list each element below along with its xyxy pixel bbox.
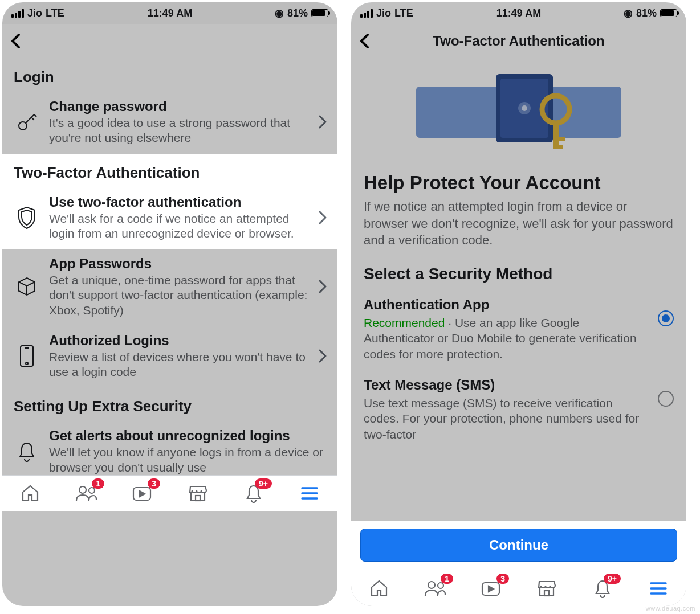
row-subtitle: Get a unique, one-time password for apps… [49, 273, 309, 318]
row-app-passwords[interactable]: App Passwords Get a unique, one-time pas… [2, 249, 337, 326]
row-authorized-logins[interactable]: Authorized Logins Review a list of devic… [2, 326, 337, 388]
svg-line-2 [31, 117, 34, 120]
status-bar: Jio LTE 11:49 AM ◉ 81% [2, 2, 337, 24]
tab-watch[interactable]: 3 [128, 480, 156, 507]
svg-line-3 [34, 114, 36, 117]
chevron-right-icon [318, 279, 329, 294]
tab-bar: 1 3 9+ [2, 475, 337, 511]
svg-rect-23 [557, 137, 565, 141]
svg-point-26 [438, 583, 443, 588]
row-alerts[interactable]: Get alerts about unrecognized logins We'… [2, 421, 337, 475]
select-method-header: Select a Security Method [351, 259, 686, 291]
method-auth-app[interactable]: Authentication App Recommended · Use an … [351, 291, 686, 371]
row-subtitle: It's a good idea to use a strong passwor… [49, 116, 309, 146]
bell-icon [14, 441, 40, 462]
status-time: 11:49 AM [351, 7, 686, 19]
svg-point-9 [89, 488, 95, 493]
method-title: Authentication App [364, 297, 651, 313]
row-title: App Passwords [49, 256, 309, 272]
tab-friends[interactable]: 1 [421, 575, 449, 602]
section-header-login: Login [2, 58, 337, 92]
tab-home[interactable] [17, 480, 44, 507]
row-title: Authorized Logins [49, 333, 309, 349]
badge-notifications: 9+ [255, 478, 272, 489]
phone-icon [14, 344, 40, 368]
svg-point-25 [428, 582, 435, 588]
svg-rect-12 [196, 496, 200, 501]
chevron-right-icon [318, 349, 329, 363]
cube-icon [14, 276, 40, 297]
nav-header: Two-Factor Authentication [351, 24, 686, 58]
badge-friends: 1 [92, 478, 104, 489]
tab-menu[interactable] [296, 480, 323, 507]
badge-watch: 3 [148, 478, 160, 489]
svg-rect-29 [544, 591, 549, 596]
phone-right-screenshot: Jio LTE 11:49 AM ◉ 81% Two-Factor Authen… [351, 2, 686, 606]
recommended-label: Recommended [364, 316, 445, 329]
svg-point-7 [26, 362, 28, 365]
badge-watch: 3 [496, 574, 509, 584]
svg-point-8 [79, 486, 86, 493]
tab-notifications[interactable]: 9+ [240, 480, 267, 507]
tab-menu[interactable] [645, 575, 672, 602]
watermark: www.deuaq.com [646, 605, 695, 608]
key-icon [14, 111, 40, 133]
section-header-extra: Setting Up Extra Security [2, 387, 337, 421]
method-subtitle: Recommended · Use an app like Google Aut… [364, 315, 651, 362]
highlighted-tfa-block: Two-Factor Authentication Use two-factor… [2, 154, 337, 249]
tab-marketplace[interactable] [184, 480, 211, 507]
row-change-password[interactable]: Change password It's a good idea to use … [2, 92, 337, 154]
back-button[interactable] [359, 33, 371, 49]
phone-left-screenshot: Jio LTE 11:49 AM ◉ 81% Login Change pass… [2, 2, 337, 606]
svg-rect-24 [557, 145, 563, 149]
row-subtitle: We'll ask for a code if we notice an att… [49, 211, 309, 241]
method-subtitle: Use text message (SMS) to receive verifi… [364, 395, 651, 442]
help-protect-title: Help Protect Your Account [351, 169, 686, 198]
svg-rect-5 [21, 346, 33, 366]
tab-bar: 1 3 9+ [351, 570, 686, 606]
row-title: Change password [49, 99, 309, 114]
continue-button[interactable]: Continue [360, 529, 677, 562]
badge-notifications: 9+ [604, 574, 621, 584]
tab-watch[interactable]: 3 [477, 575, 504, 602]
shield-icon [14, 206, 40, 230]
radio-selected-icon[interactable] [658, 310, 674, 326]
battery-icon [311, 9, 328, 17]
tab-marketplace[interactable] [533, 575, 560, 602]
badge-friends: 1 [441, 574, 453, 584]
tab-notifications[interactable]: 9+ [589, 575, 616, 602]
status-bar: Jio LTE 11:49 AM ◉ 81% [351, 2, 686, 24]
svg-marker-28 [489, 586, 494, 592]
status-time: 11:49 AM [2, 7, 337, 19]
row-subtitle: We'll let you know if anyone logs in fro… [49, 445, 329, 475]
section-header-tfa: Two-Factor Authentication [2, 154, 337, 187]
svg-point-20 [522, 105, 527, 111]
radio-unselected-icon[interactable] [658, 391, 674, 407]
back-button[interactable] [10, 33, 22, 49]
row-use-tfa[interactable]: Use two-factor authentication We'll ask … [2, 187, 337, 249]
chevron-right-icon [318, 114, 329, 129]
svg-point-0 [19, 122, 27, 130]
row-subtitle: Review a list of devices where you won't… [49, 350, 309, 380]
battery-icon [660, 9, 677, 17]
page-title: Two-Factor Authentication [351, 33, 686, 49]
nav-header [2, 24, 337, 58]
chevron-right-icon [318, 210, 329, 225]
row-title: Use two-factor authentication [49, 194, 309, 210]
tab-home[interactable] [365, 575, 393, 602]
method-sms[interactable]: Text Message (SMS) Use text message (SMS… [351, 371, 686, 451]
method-title: Text Message (SMS) [364, 377, 651, 393]
tab-friends[interactable]: 1 [72, 480, 100, 507]
svg-marker-11 [140, 491, 145, 497]
help-protect-desc: If we notice an attempted login from a d… [351, 198, 686, 259]
row-title: Get alerts about unrecognized logins [49, 428, 329, 444]
hero-illustration [351, 58, 686, 169]
